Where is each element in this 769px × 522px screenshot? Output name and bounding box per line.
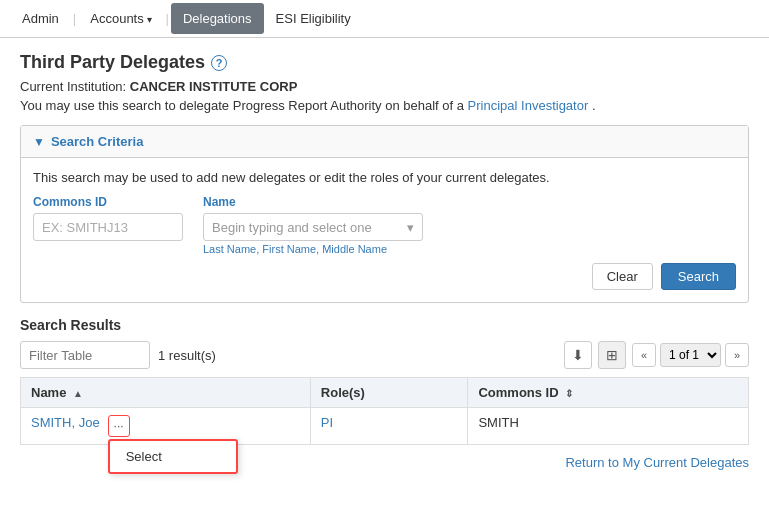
results-title: Search Results <box>20 317 121 333</box>
nav-admin[interactable]: Admin <box>10 3 71 34</box>
search-criteria-panel: ▼ Search Criteria This search may be use… <box>20 125 749 303</box>
row-actions-wrapper: ··· Select <box>108 415 130 437</box>
top-navigation: Admin | Accounts | Delegations ESI Eligi… <box>0 0 769 38</box>
col-roles: Role(s) <box>310 378 468 408</box>
name-cell-inner: SMITH, Joe ··· Select <box>31 415 300 437</box>
filter-table-input[interactable] <box>20 341 150 369</box>
commons-id-cell: SMITH <box>468 408 749 445</box>
col-commons-id: Commons ID ⇕ <box>468 378 749 408</box>
name-label: Name <box>203 195 423 209</box>
col-name: Name ▲ <box>21 378 311 408</box>
nav-accounts[interactable]: Accounts <box>78 3 163 34</box>
search-form-row: Commons ID Name Begin typing and select … <box>33 195 736 255</box>
page-select[interactable]: 1 of 1 <box>660 343 721 367</box>
info-text: You may use this search to delegate Prog… <box>20 98 749 113</box>
results-section: Search Results 1 result(s) ⬇ ⊞ « 1 of 1 … <box>20 317 749 445</box>
table-row: SMITH, Joe ··· Select PI <box>21 408 749 445</box>
nav-divider-2: | <box>166 11 169 26</box>
commons-id-label: Commons ID <box>33 195 183 209</box>
download-button[interactable]: ⬇ <box>564 341 592 369</box>
nav-divider-1: | <box>73 11 76 26</box>
col-roles-label: Role(s) <box>321 385 365 400</box>
select-menu-item[interactable]: Select <box>110 441 236 472</box>
search-panel-body: This search may be used to add new deleg… <box>21 158 748 302</box>
info-text-2: . <box>592 98 596 113</box>
name-group: Name Begin typing and select one ▾ Last … <box>203 195 423 255</box>
name-cell: SMITH, Joe ··· Select <box>21 408 311 445</box>
role-link[interactable]: PI <box>321 415 333 430</box>
col-commons-id-label: Commons ID <box>478 385 558 400</box>
row-actions-button[interactable]: ··· <box>108 415 130 437</box>
name-dropdown[interactable]: Begin typing and select one ▾ <box>203 213 423 241</box>
search-description: This search may be used to add new deleg… <box>33 170 736 185</box>
return-link[interactable]: Return to My Current Delegates <box>565 455 749 470</box>
next-page-button[interactable]: » <box>725 343 749 367</box>
table-header-row: Name ▲ Role(s) Commons ID ⇕ <box>21 378 749 408</box>
name-dropdown-wrapper: Begin typing and select one ▾ Last Name,… <box>203 213 423 255</box>
institution-line: Current Institution: CANCER INSTITUTE CO… <box>20 79 749 94</box>
pagination: « 1 of 1 » <box>632 343 749 367</box>
principal-investigator-link[interactable]: Principal Investigator <box>468 98 589 113</box>
download-icon: ⬇ <box>572 347 584 363</box>
prev-page-button[interactable]: « <box>632 343 656 367</box>
search-button[interactable]: Search <box>661 263 736 290</box>
sort-asc-icon[interactable]: ▲ <box>73 388 83 399</box>
dropdown-chevron-icon: ▾ <box>407 220 414 235</box>
page-title: Third Party Delegates <box>20 52 205 73</box>
grid-icon: ⊞ <box>606 347 618 363</box>
help-icon[interactable]: ? <box>211 55 227 71</box>
search-actions: Clear Search <box>33 263 736 290</box>
nav-delegations[interactable]: Delegations <box>171 3 264 34</box>
chevron-down-icon: ▼ <box>33 135 45 149</box>
row-actions-menu: Select <box>108 439 238 474</box>
results-header: Search Results <box>20 317 749 333</box>
info-text-1: You may use this search to delegate Prog… <box>20 98 464 113</box>
commons-id-input[interactable] <box>33 213 183 241</box>
search-panel-title: Search Criteria <box>51 134 144 149</box>
commons-id-value: SMITH <box>478 415 518 430</box>
institution-label: Current Institution: <box>20 79 126 94</box>
institution-name: CANCER INSTITUTE CORP <box>130 79 298 94</box>
search-panel-header[interactable]: ▼ Search Criteria <box>21 126 748 158</box>
page-content: Third Party Delegates ? Current Institut… <box>0 38 769 484</box>
name-dropdown-placeholder: Begin typing and select one <box>212 220 372 235</box>
page-title-row: Third Party Delegates ? <box>20 52 749 73</box>
col-name-label: Name <box>31 385 66 400</box>
clear-button[interactable]: Clear <box>592 263 653 290</box>
sort-both-icon[interactable]: ⇕ <box>565 388 573 399</box>
row-name-link[interactable]: SMITH, Joe <box>31 415 100 430</box>
results-table: Name ▲ Role(s) Commons ID ⇕ <box>20 377 749 445</box>
grid-view-button[interactable]: ⊞ <box>598 341 626 369</box>
results-tools: ⬇ ⊞ « 1 of 1 » <box>564 341 749 369</box>
commons-id-group: Commons ID <box>33 195 183 241</box>
nav-esi-eligibility[interactable]: ESI Eligibility <box>264 3 363 34</box>
name-hint: Last Name, First Name, Middle Name <box>203 243 423 255</box>
roles-cell: PI <box>310 408 468 445</box>
result-count: 1 result(s) <box>158 348 216 363</box>
